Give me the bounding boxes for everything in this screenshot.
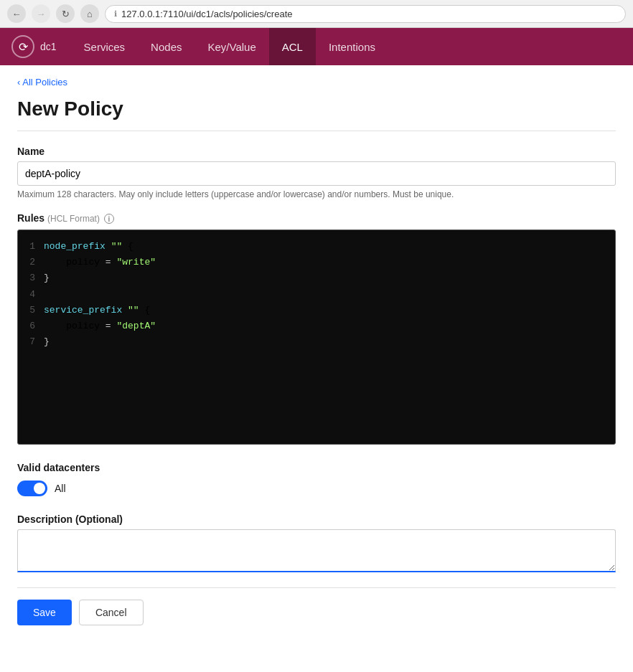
cancel-button[interactable]: Cancel [79, 600, 144, 625]
nav-item-services[interactable]: Services [71, 28, 139, 65]
forward-button[interactable]: → [32, 4, 50, 23]
nav-item-nodes[interactable]: Nodes [138, 28, 194, 65]
page-content: All Policies New Policy Name Maximum 128… [0, 65, 633, 654]
code-line-3: 3 } [18, 270, 615, 286]
rules-format-hint: (HCL Format) [47, 214, 100, 224]
address-bar[interactable]: ℹ 127.0.0.1:7110/ui/dc1/acls/policies/cr… [105, 5, 626, 23]
consul-navbar: ⟳ dc1 Services Nodes Key/Value ACL Inten… [0, 28, 633, 65]
dc-label: dc1 [40, 41, 57, 52]
home-button[interactable]: ⌂ [80, 4, 99, 23]
toggle-row: All [17, 481, 616, 496]
save-button[interactable]: Save [17, 600, 72, 625]
nav-items: Services Nodes Key/Value ACL Intentions [71, 28, 388, 65]
nav-item-intentions[interactable]: Intentions [316, 28, 388, 65]
name-hint: Maximum 128 characters. May only include… [17, 189, 616, 199]
description-label: Description (Optional) [17, 514, 616, 525]
datacenter-toggle[interactable] [17, 481, 47, 496]
code-editor[interactable]: 1 node_prefix "" { 2 policy = "write" 3 … [17, 229, 616, 445]
description-textarea[interactable] [17, 529, 616, 572]
reload-button[interactable]: ↻ [56, 4, 75, 23]
name-input[interactable] [17, 161, 616, 186]
description-group: Description (Optional) [17, 514, 616, 574]
name-field-group: Name Maximum 128 characters. May only in… [17, 146, 616, 199]
code-line-7: 7 } [18, 334, 615, 350]
form-footer: Save Cancel [17, 587, 616, 625]
info-icon[interactable]: i [104, 214, 114, 224]
rules-label: Rules (HCL Format) i [17, 212, 616, 224]
code-line-4: 4 [18, 287, 615, 303]
toggle-label: All [55, 483, 66, 494]
page-title: New Policy [17, 98, 616, 131]
breadcrumb[interactable]: All Policies [17, 77, 616, 87]
nav-item-acl[interactable]: ACL [269, 28, 316, 65]
browser-bar: ← → ↻ ⌂ ℹ 127.0.0.1:7110/ui/dc1/acls/pol… [0, 0, 633, 28]
code-line-6: 6 policy = "deptA" [18, 318, 615, 334]
code-line-5: 5 service_prefix "" { [18, 303, 615, 318]
name-label: Name [17, 146, 616, 157]
nav-item-keyvalue[interactable]: Key/Value [194, 28, 268, 65]
rules-field-group: Rules (HCL Format) i 1 node_prefix "" { … [17, 212, 616, 445]
code-line-1: 1 node_prefix "" { [18, 239, 615, 255]
datacenters-group: Valid datacenters All [17, 462, 616, 496]
code-line-2: 2 policy = "write" [18, 255, 615, 270]
back-button[interactable]: ← [7, 4, 26, 23]
lock-icon: ℹ [114, 9, 117, 19]
datacenters-label: Valid datacenters [17, 462, 616, 473]
consul-logo: ⟳ [11, 35, 34, 58]
url-text: 127.0.0.1:7110/ui/dc1/acls/policies/crea… [121, 9, 293, 19]
